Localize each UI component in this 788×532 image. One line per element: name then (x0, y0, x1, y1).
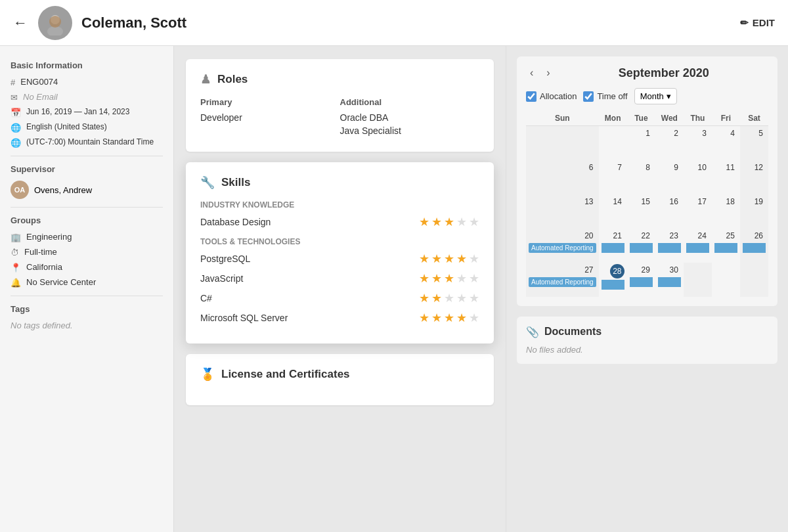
group-engineering: 🏢 Engineering (11, 232, 163, 242)
cal-event-cont-1 (602, 243, 624, 253)
additional-header: Additional (340, 97, 480, 107)
skill-name-pg: PostgreSQL (200, 254, 250, 264)
edit-button[interactable]: ✏ EDIT (740, 17, 775, 29)
cal-cell: 12 (740, 160, 768, 194)
cal-cell (599, 126, 627, 160)
cal-event-cont-5 (714, 243, 737, 253)
timeoff-checkbox[interactable] (583, 91, 594, 102)
timezone: (UTC-7:00) Mountain Standard Time (26, 137, 154, 146)
license-card-title: 🏅 License and Certificates (200, 367, 479, 382)
timeoff-checkbox-label[interactable]: Time off (583, 91, 627, 102)
cal-event-cont-7 (602, 280, 624, 290)
documents-section: 📎 Documents No files added. (517, 317, 777, 364)
skill-stars-db: ★ ★ ★ ★ ★ (419, 215, 479, 229)
no-service-icon: 🔔 (11, 278, 21, 288)
license-card: 🏅 License and Certificates (186, 354, 494, 405)
group-california: 📍 California (11, 262, 163, 273)
star-1: ★ (419, 215, 429, 229)
svg-point-1 (47, 26, 63, 35)
cal-event-cont-6 (743, 243, 766, 253)
tags-empty: No tags defined. (11, 321, 163, 330)
star-5: ★ (469, 215, 479, 229)
globe-icon: 🌐 (11, 123, 21, 133)
skill-postgresql: PostgreSQL ★ ★ ★ ★ ★ (200, 252, 479, 266)
edit-label: EDIT (753, 17, 775, 28)
documents-empty: No files added. (526, 345, 768, 355)
cal-week-5: 27 Automated Reporting 28 29 (526, 263, 768, 297)
cal-day-fri: Fri (712, 111, 740, 126)
allocation-checkbox[interactable] (526, 91, 536, 102)
cal-cell: 1 (627, 126, 655, 160)
cal-cell: 7 (599, 160, 627, 194)
roles-grid: Primary Developer Additional Oracle DBA … (200, 97, 479, 139)
back-button[interactable]: ← (13, 14, 28, 32)
skill-name-cs: C# (200, 293, 212, 303)
cal-cell: 8 (627, 160, 655, 194)
skills-card-title: 🔧 Skills (200, 175, 479, 190)
cal-cell-empty (684, 263, 712, 297)
skill-stars-pg: ★ ★ ★ ★ ★ (419, 252, 479, 266)
star-4: ★ (456, 215, 467, 229)
cal-cell (526, 126, 599, 160)
clock-icon: ⏱ (11, 248, 19, 257)
month-dropdown[interactable]: Month ▾ (634, 88, 677, 104)
skill-mssql: Microsoft SQL Server ★ ★ ★ ★ ★ (200, 311, 479, 325)
calendar-header: ‹ › September 2020 (526, 66, 768, 80)
cal-cell: 15 (627, 194, 655, 229)
primary-value: Developer (200, 112, 340, 123)
cal-week-1: 1 2 3 4 5 (526, 126, 768, 160)
cal-prev-button[interactable]: ‹ (526, 66, 537, 80)
employee-name: Coleman, Scott (81, 14, 186, 32)
cal-cell-empty (740, 263, 768, 297)
cal-event-cont-3 (658, 243, 681, 253)
documents-icon: 📎 (526, 326, 539, 338)
supervisor-name: Ovens, Andrew (34, 185, 92, 195)
skill-javascript: JavaScript ★ ★ ★ ★ ★ (200, 271, 479, 286)
cal-cell: 13 (526, 194, 599, 229)
skill-csharp: C# ★ ★ ★ ★ ★ (200, 291, 479, 305)
roles-card-title: ♟ Roles (200, 72, 479, 87)
email-value: No Email (23, 92, 58, 102)
cal-cell: 21 (599, 229, 627, 263)
cal-cell: 3 (684, 126, 712, 160)
cal-cell: 25 (712, 229, 740, 263)
cal-cell: 5 (740, 126, 768, 160)
calendar-grid: Sun Mon Tue Wed Thu Fri Sat 1 (526, 111, 768, 297)
building-icon: 🏢 (11, 233, 21, 242)
cal-next-button[interactable]: › (542, 66, 554, 80)
cal-day-mon: Mon (599, 111, 627, 126)
supervisor-avatar: OA (11, 181, 29, 199)
groups-title: Groups (11, 215, 163, 225)
skill-name-js: JavaScript (200, 273, 243, 284)
calendar-icon: 📅 (11, 108, 21, 118)
cal-day-thu: Thu (684, 111, 712, 126)
content-area: ♟ Roles Primary Developer Additional Ora… (174, 46, 506, 532)
cal-cell: 9 (655, 160, 684, 194)
avatar (38, 6, 72, 40)
cal-cell: 4 (712, 126, 740, 160)
cal-day-tue: Tue (627, 111, 655, 126)
roles-icon: ♟ (200, 72, 211, 87)
cal-cell: 18 (712, 194, 740, 229)
additional-value2: Java Specialist (340, 125, 480, 136)
cal-cell: 24 (684, 229, 712, 263)
location-icon: 📍 (11, 263, 21, 273)
cal-event-cont-9 (658, 277, 681, 287)
skills-card: 🔧 Skills Industry Knowledge Database Des… (186, 162, 494, 344)
cal-day-sat: Sat (740, 111, 768, 126)
cal-cell-empty (712, 263, 740, 297)
date-range: Jun 16, 2019 — Jan 14, 2023 (26, 107, 129, 116)
cal-cell: 17 (684, 194, 712, 229)
cal-day-sun: Sun (526, 111, 599, 126)
star-3: ★ (444, 215, 454, 229)
cal-event-cont-4 (686, 243, 709, 253)
cal-cell: 23 (655, 229, 684, 263)
edit-icon: ✏ (740, 17, 749, 29)
topbar: ← Coleman, Scott ✏ EDIT (0, 0, 788, 46)
primary-col: Primary Developer (200, 97, 340, 139)
skill-stars-cs: ★ ★ ★ ★ ★ (419, 291, 479, 305)
hashtag-icon: # (11, 78, 15, 87)
star-2: ★ (431, 215, 442, 229)
allocation-checkbox-label[interactable]: Allocation (526, 91, 577, 102)
cal-day-wed: Wed (655, 111, 684, 126)
